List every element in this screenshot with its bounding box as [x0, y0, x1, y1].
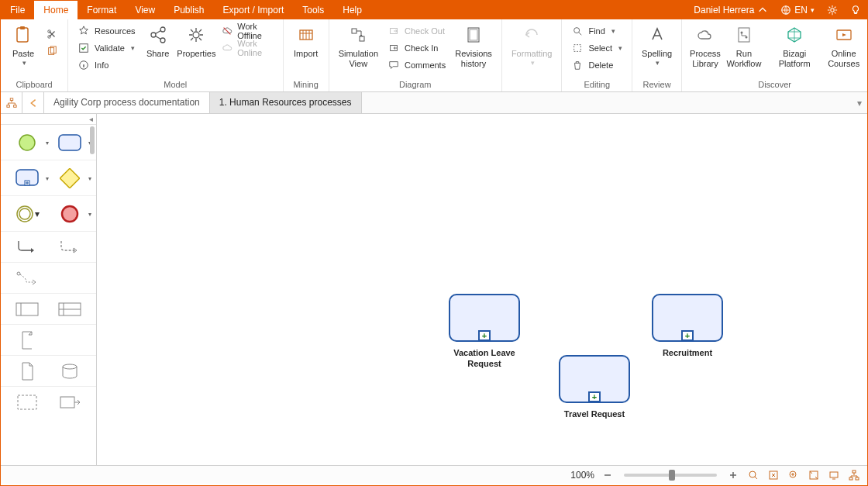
import-icon	[295, 24, 317, 46]
share-button[interactable]: Share	[140, 21, 176, 59]
simulation-view-button[interactable]: Simulation View	[334, 21, 383, 68]
tab-back-button[interactable]	[22, 92, 44, 113]
bizagi-platform-button[interactable]: Bizagi Platform	[764, 21, 825, 68]
menu-export-import[interactable]: Export / Import	[214, 1, 294, 19]
pal-pool[interactable]	[12, 296, 43, 322]
menu-view[interactable]: View	[126, 1, 164, 19]
menu-help[interactable]: Help	[333, 1, 371, 19]
process-map-view-button[interactable]	[847, 468, 861, 482]
bulb-icon	[850, 5, 861, 16]
comments-label: Comments	[405, 60, 446, 70]
expand-icon: +	[478, 330, 491, 341]
settings-gear[interactable]	[821, 1, 844, 19]
menu-file[interactable]: File	[1, 1, 34, 19]
bizagi-platform-label: Bizagi Platform	[769, 49, 820, 68]
ribbon-group-editing: Find▾ Select▾ Delete Editing	[562, 19, 632, 91]
tab-process-map-icon[interactable]	[1, 92, 22, 113]
import-button[interactable]: Import	[288, 21, 324, 59]
node-recruitment[interactable]: +	[652, 294, 723, 342]
spelling-button[interactable]: Spelling ▾	[637, 21, 677, 67]
pal-data-object[interactable]	[12, 358, 43, 384]
pal-subprocess[interactable]: ▾	[12, 165, 43, 191]
language-label: EN	[794, 1, 808, 19]
ribbon-group-review: Spelling ▾ Review	[632, 19, 682, 91]
discover-group-label: Discover	[687, 78, 863, 91]
hint-bulb[interactable]	[844, 1, 867, 19]
menu-bar: File Home Format View Publish Export / I…	[1, 1, 867, 19]
svg-point-1	[831, 9, 834, 12]
zoom-fit-button[interactable]	[746, 468, 760, 482]
zoom-slider-thumb[interactable]	[669, 470, 675, 481]
share-label: Share	[146, 49, 169, 59]
pal-intermediate-event[interactable]: ▾	[12, 201, 43, 227]
comments-button[interactable]: Comments	[383, 57, 450, 74]
paste-button[interactable]: Paste ▾	[5, 21, 41, 67]
user-name-label: Daniel Herrera	[694, 1, 754, 19]
pal-task[interactable]: ▾	[54, 129, 85, 156]
pal-text-annotation[interactable]	[12, 327, 43, 353]
validate-button[interactable]: Validate▾	[73, 40, 140, 57]
tab-agility-corp[interactable]: Agility Corp process documentation	[44, 92, 210, 113]
properties-button[interactable]: Properties	[176, 21, 218, 59]
language-selector[interactable]: EN ▾	[774, 1, 821, 19]
pal-group[interactable]	[12, 389, 43, 415]
info-button[interactable]: Info	[73, 57, 140, 74]
work-offline-button[interactable]: Work Offline	[217, 22, 277, 40]
select-label: Select	[588, 43, 612, 53]
menu-format[interactable]: Format	[78, 1, 126, 19]
node-travel-request[interactable]: +	[559, 355, 630, 403]
pal-gateway[interactable]: ▾	[54, 165, 85, 191]
zoom-100-button[interactable]	[787, 468, 801, 482]
node-label-vacation-leave-request: Vacation Leave Request	[430, 348, 539, 370]
tab-hr-processes[interactable]: 1. Human Resources processes	[210, 92, 362, 113]
check-in-icon	[388, 42, 400, 54]
pal-end-event[interactable]: ▾	[54, 201, 85, 227]
pal-association[interactable]	[12, 265, 43, 291]
delete-button[interactable]: Delete	[567, 57, 627, 74]
find-button[interactable]: Find▾	[567, 22, 627, 40]
select-button[interactable]: Select▾	[567, 40, 627, 57]
zoom-in-button[interactable]	[726, 468, 740, 482]
pal-sequence-flow[interactable]	[12, 234, 43, 260]
process-library-button[interactable]: Process Library	[687, 21, 724, 68]
pal-message-flow[interactable]	[54, 234, 85, 260]
online-courses-button[interactable]: Online Courses	[825, 21, 863, 68]
node-vacation-leave-request[interactable]: +	[449, 294, 520, 342]
tabs-overflow[interactable]: ▾	[852, 92, 867, 113]
copy-button[interactable]	[41, 43, 63, 60]
zoom-out-button[interactable]	[601, 468, 615, 482]
pal-milestone[interactable]	[54, 389, 85, 415]
presentation-button[interactable]	[827, 468, 841, 482]
bizagi-platform-icon	[784, 24, 805, 46]
resources-button[interactable]: Resources	[73, 22, 140, 40]
user-name[interactable]: Daniel Herrera	[687, 1, 774, 19]
pal-lane[interactable]	[54, 296, 85, 322]
menu-home[interactable]: Home	[34, 1, 78, 19]
run-workflow-button[interactable]: Run Workflow	[724, 21, 764, 68]
cut-button[interactable]	[41, 26, 63, 43]
comments-icon	[388, 59, 400, 71]
ribbon-group-discover: Process Library Run Workflow Bizagi Plat…	[682, 19, 867, 91]
ribbon-group-clipboard: Paste ▾ Clipboard	[1, 19, 68, 91]
chevron-up-icon	[757, 5, 768, 16]
fullscreen-button[interactable]	[807, 468, 821, 482]
svg-point-44	[749, 471, 756, 477]
zoom-slider[interactable]	[624, 474, 717, 477]
diagram-canvas[interactable]: + Vacation Leave Request + Travel Reques…	[97, 114, 867, 465]
node-label-recruitment: Recruitment	[633, 348, 742, 359]
check-in-button[interactable]: Check In	[383, 40, 450, 57]
menu-tools[interactable]: Tools	[293, 1, 333, 19]
properties-label: Properties	[177, 49, 215, 59]
share-icon	[147, 24, 169, 46]
main-area: ◂ ▾ ▾ ▾ ▾ ▾ ▾	[1, 114, 867, 465]
revisions-history-button[interactable]: Revisions history	[450, 21, 497, 68]
pal-data-store[interactable]	[54, 358, 85, 384]
pal-start-event[interactable]: ▾	[12, 129, 43, 156]
fit-page-button[interactable]	[766, 468, 780, 482]
import-label: Import	[294, 49, 318, 59]
expand-icon: +	[588, 391, 601, 402]
menu-publish[interactable]: Publish	[164, 1, 213, 19]
palette-scroll-thumb[interactable]	[90, 126, 95, 154]
palette-collapse[interactable]: ◂	[1, 114, 96, 125]
svg-point-30	[19, 135, 35, 150]
